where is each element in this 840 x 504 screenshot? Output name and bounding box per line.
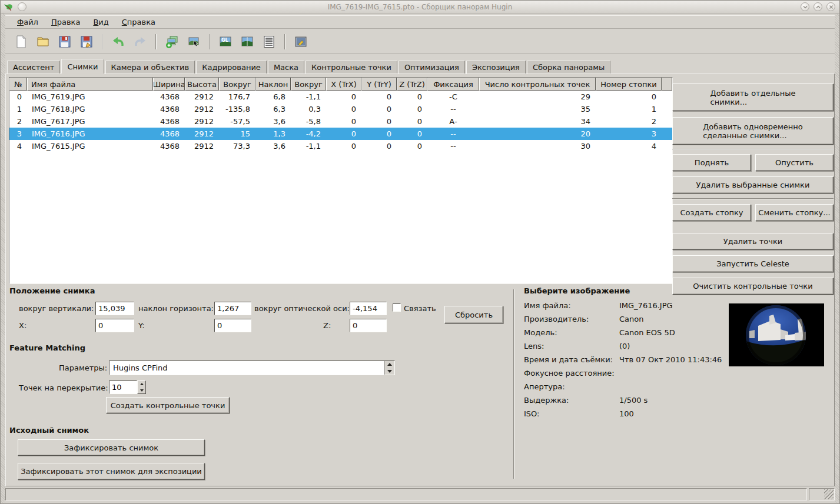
column-header[interactable]: Вокруг: [291, 78, 326, 91]
run-celeste-button[interactable]: Запустить Celeste: [672, 255, 834, 272]
table-cell: IMG_7617.JPG: [27, 117, 153, 126]
reset-button[interactable]: Сбросить: [444, 306, 503, 323]
exif-field-value: 100: [619, 409, 634, 418]
roll-input[interactable]: [350, 302, 387, 315]
table-row[interactable]: 4IMG_7615.JPG4368291273,33,6-1,1000--304: [9, 140, 672, 152]
menu-file-hotkey: Ф: [17, 18, 24, 26]
table-row[interactable]: 0IMG_7619.JPG43682912176,76,8-1,1000-C29…: [9, 91, 672, 103]
feature-matching-title: Feature Matching: [9, 343, 85, 352]
move-up-button[interactable]: Поднять: [672, 154, 751, 171]
create-control-points-button[interactable]: Создать контрольные точки: [106, 397, 230, 413]
menu-edit[interactable]: Правка: [45, 16, 86, 28]
column-header[interactable]: Y (TrY): [361, 78, 397, 91]
status-grip-pane: [809, 488, 835, 500]
save-project-button[interactable]: [55, 32, 75, 52]
table-cell: 0: [361, 142, 397, 151]
yaw-input[interactable]: [95, 302, 134, 315]
tab-4[interactable]: Маска: [268, 61, 304, 74]
matcher-select[interactable]: Hugins CPFind: [109, 361, 395, 375]
column-header[interactable]: Фиксация: [427, 78, 479, 91]
tab-7[interactable]: Экспозиция: [466, 61, 526, 74]
exif-field: Фокусное расстояние:: [524, 369, 615, 378]
add-images-icon: [165, 35, 179, 49]
save-project-as-button[interactable]: [77, 32, 97, 52]
x-input[interactable]: [95, 319, 134, 332]
link-checkbox[interactable]: [393, 303, 401, 312]
table-cell: 0: [326, 117, 361, 126]
column-header[interactable]: Число контрольных точек: [479, 78, 596, 91]
add-images-button[interactable]: [162, 32, 182, 52]
new-project-button[interactable]: [11, 32, 31, 52]
column-header[interactable]: Имя файла: [27, 78, 153, 91]
column-header[interactable]: Высота: [185, 78, 219, 91]
button-label: Добавить одновременно сделанные снимки..…: [703, 122, 803, 140]
resize-grip[interactable]: [824, 489, 834, 499]
table-row[interactable]: 3IMG_7616.JPG43682912151,3-4,2000--203: [9, 128, 672, 140]
matcher-select-arrows[interactable]: [384, 361, 394, 375]
column-header[interactable]: Ширина: [153, 78, 185, 91]
tab-6[interactable]: Оптимизация: [399, 61, 465, 74]
toolbar-separator: [284, 34, 285, 49]
tab-1[interactable]: Снимки: [61, 59, 104, 74]
menu-help[interactable]: Справка: [116, 16, 161, 28]
menu-view[interactable]: Вид: [87, 16, 114, 28]
exif-field-value: Чтв 07 Окт 2010 11:43:46: [619, 355, 722, 364]
change-stack-button[interactable]: Сменить стопку...: [755, 204, 834, 221]
remove-points-button[interactable]: Удалить точки: [672, 233, 834, 250]
points-per-overlap-input[interactable]: [109, 380, 137, 394]
move-down-button[interactable]: Опустить: [755, 154, 834, 171]
window-menu-button[interactable]: [18, 2, 26, 11]
tab-8[interactable]: Сборка панорамы: [527, 61, 610, 74]
table-cell: 0: [326, 129, 361, 138]
new-stack-button[interactable]: Создать стопку: [672, 204, 751, 221]
panorama-editor-button[interactable]: [291, 32, 311, 52]
table-cell: 0: [397, 92, 427, 101]
exif-field: Производитель:Canon: [524, 315, 589, 323]
separator: [513, 289, 514, 479]
table-cell: 1: [9, 105, 27, 114]
tab-2[interactable]: Камера и объектив: [105, 61, 195, 74]
column-header[interactable]: Номер стопки: [596, 78, 662, 91]
preview-icon: [240, 35, 254, 49]
remove-selected-images-button[interactable]: Удалить выбранные снимки: [672, 176, 834, 193]
maximize-button[interactable]: [814, 2, 822, 11]
menu-view-hotkey: В: [93, 18, 98, 26]
minimize-button[interactable]: [801, 2, 809, 11]
table-cell: 30: [479, 142, 596, 151]
z-input[interactable]: [350, 319, 387, 332]
menu-file[interactable]: Файл: [11, 16, 44, 28]
column-header[interactable]: Z (TrZ): [397, 78, 427, 91]
anchor-image-button[interactable]: Зафиксировать снимок: [18, 439, 205, 456]
open-project-button[interactable]: [33, 32, 53, 52]
tab-0[interactable]: Ассистент: [7, 61, 60, 74]
stepper-arrows[interactable]: [137, 380, 146, 394]
y-label: Y:: [138, 321, 145, 330]
separator: [672, 198, 834, 199]
tab-3[interactable]: Кадрирование: [196, 61, 267, 74]
table-cell: 2912: [185, 117, 219, 126]
table-row[interactable]: 1IMG_7618.JPG43682912-135,86,30,3000--35…: [9, 103, 672, 115]
control-points-list-button[interactable]: [259, 32, 279, 52]
table-cell: 176,7: [219, 92, 255, 101]
table-cell: --: [427, 129, 479, 138]
add-individual-images-button[interactable]: Добавить отдельные снимки...: [672, 84, 834, 111]
preview-button[interactable]: [237, 32, 257, 52]
clean-control-points-button[interactable]: Очистить контрольные точки: [672, 278, 834, 295]
add-time-series-button[interactable]: [184, 32, 204, 52]
gl-preview-button[interactable]: GL: [215, 32, 235, 52]
y-input[interactable]: [214, 319, 251, 332]
anchor-exposure-button[interactable]: Зафиксировать этот снимок для экспозиции: [18, 463, 205, 480]
undo-button[interactable]: [108, 32, 128, 52]
column-header[interactable]: №: [9, 78, 27, 91]
add-time-series-images-button[interactable]: Добавить одновременно сделанные снимки..…: [672, 117, 834, 145]
table-row[interactable]: 2IMG_7617.JPG43682912-57,53,6-5,8000A-34…: [9, 115, 672, 128]
column-header[interactable]: Наклон: [255, 78, 291, 91]
table-cell: 3: [596, 129, 662, 138]
column-header[interactable]: X (TrX): [326, 78, 361, 91]
tab-5[interactable]: Контрольные точки: [306, 61, 397, 74]
redo-button[interactable]: [130, 32, 150, 52]
column-header[interactable]: Вокруг: [219, 78, 255, 91]
pitch-input[interactable]: [214, 302, 251, 315]
points-per-overlap-stepper[interactable]: [109, 380, 146, 394]
close-button[interactable]: [826, 2, 835, 11]
